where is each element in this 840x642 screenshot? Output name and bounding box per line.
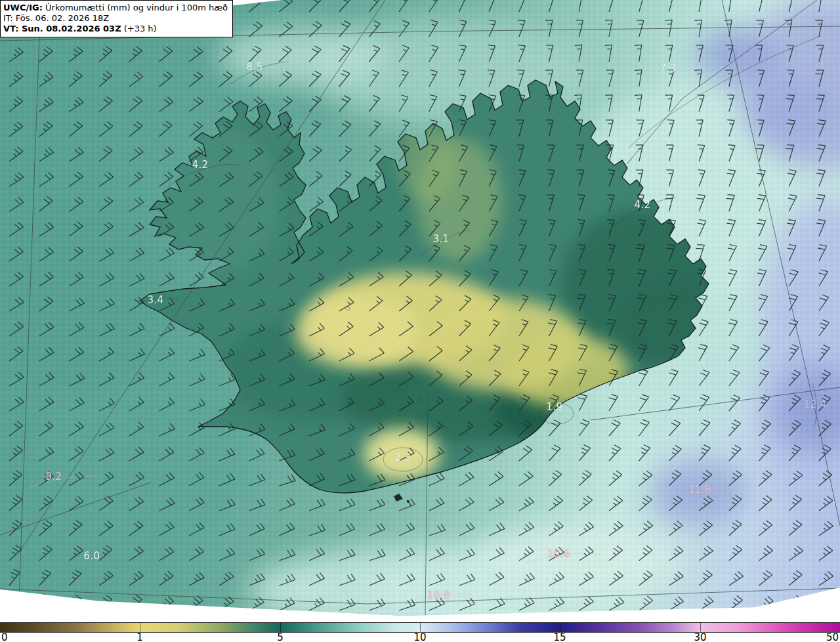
precipitation-colorbar: 01510153050 xyxy=(0,621,840,642)
title-line-init-time: IT: Fös. 06. 02. 2026 18Z xyxy=(3,13,228,24)
map-title-box: UWC/IG: Úrkomumætti (mm) og vindur i 100… xyxy=(0,0,233,37)
colorbar-tick-label: 1 xyxy=(136,631,143,642)
title-line-parameter: UWC/IG: Úrkomumætti (mm) og vindur i 100… xyxy=(3,3,228,13)
colorbar-tick-mark xyxy=(140,622,140,631)
colorbar-tick-label: 30 xyxy=(694,631,706,642)
colorbar-tick-mark xyxy=(420,622,421,631)
weather-map: 8.57.311.34.24.23.13.41.912.42.39.211.86… xyxy=(0,0,840,642)
colorbar-tick-label: 10 xyxy=(413,631,426,642)
wind-barbs-layer xyxy=(0,0,840,642)
colorbar-tick-label: 0 xyxy=(1,631,8,642)
colorbar-tick-label: 50 xyxy=(826,631,839,642)
title-line-valid-time: VT: Sun. 08.02.2026 03Z (+33 h) xyxy=(3,24,228,34)
colorbar-tick-mark xyxy=(560,622,560,631)
model-domain: 8.57.311.34.24.23.13.41.912.42.39.211.86… xyxy=(0,0,840,642)
colorbar-tick-label: 15 xyxy=(553,631,566,642)
colorbar-tick-label: 5 xyxy=(277,631,284,642)
colorbar-tick-mark xyxy=(280,622,281,631)
colorbar-tick-mark xyxy=(700,622,701,631)
